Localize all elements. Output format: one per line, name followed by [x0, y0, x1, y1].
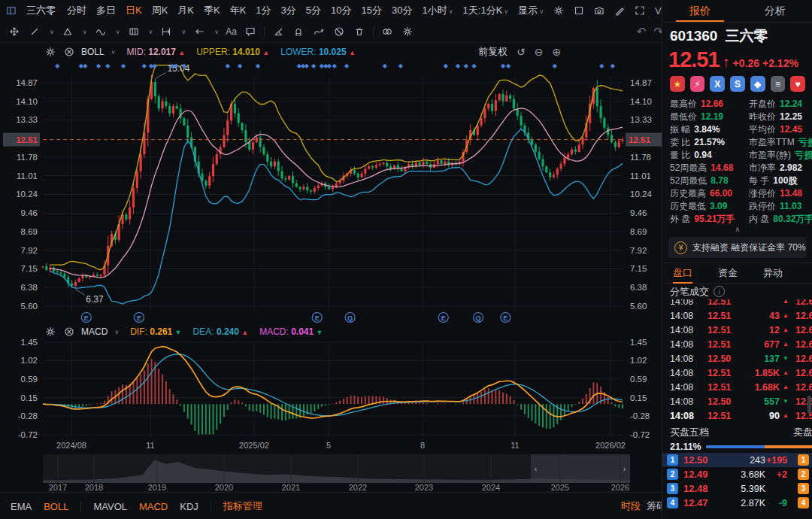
zoom-in-icon[interactable]: ⊕ — [552, 46, 561, 58]
annotate-icon[interactable] — [614, 4, 625, 17]
tick-row[interactable]: 14:0812.511.68K▲12.6 — [662, 380, 812, 394]
period-tab-1天:1分K[interactable]: 1天:1分K∨ — [463, 4, 509, 17]
move-icon[interactable] — [8, 25, 21, 38]
x-badge[interactable]: X — [710, 76, 725, 92]
collapse-chevron-icon[interactable]: ∧ — [662, 226, 812, 235]
period-tab-季K[interactable]: 季K — [204, 4, 220, 17]
period-tab-15分[interactable]: 15分 — [362, 4, 382, 17]
zoom-out-icon[interactable]: ⊖ — [535, 46, 544, 58]
period-tab-日K[interactable]: 日K — [126, 4, 142, 17]
tick-row[interactable]: 14:0812.50557▼12.6 — [662, 394, 812, 408]
angle-icon[interactable] — [271, 25, 285, 38]
svg-text:2024: 2024 — [482, 483, 500, 492]
comment-icon[interactable] — [244, 25, 257, 38]
subtab-异动[interactable]: 异动 — [763, 266, 783, 280]
compare-icon[interactable] — [380, 25, 394, 38]
boll-name[interactable]: BOLL — [81, 47, 105, 57]
selection-mode-icon[interactable] — [574, 4, 584, 17]
period-tab-年K[interactable]: 年K — [230, 4, 247, 17]
indicator-tab-MACD[interactable]: MACD — [139, 501, 168, 512]
period-tab-显示[interactable]: 显示∨ — [518, 4, 544, 17]
indicator-tab-BOLL[interactable]: BOLL — [44, 501, 68, 512]
shapes-icon[interactable] — [61, 25, 74, 38]
period-toolbar: 三六零分时多日日K周K月K季K年K1分3分5分10分15分30分1小时∨1天:1… — [0, 0, 668, 22]
ban-icon[interactable] — [332, 25, 346, 38]
buy-level-row[interactable]: 312.485.39K312. — [662, 481, 812, 496]
order-book[interactable]: 112.50243+195112.212.493.68K+2212.312.48… — [662, 453, 812, 510]
x-axis-label: 2025/02 — [239, 441, 269, 450]
heart-badge[interactable]: ♥ — [790, 76, 805, 92]
boll-close-icon[interactable] — [62, 45, 76, 59]
boll-settings-icon[interactable] — [44, 45, 57, 59]
tick-list[interactable]: 14:0812.51▲12.614:0812.5143▲12.614:0812.… — [662, 299, 812, 425]
period-tab-周K[interactable]: 周K — [152, 4, 168, 17]
screenshot-icon[interactable] — [594, 4, 604, 17]
period-tab-5分[interactable]: 5分 — [306, 4, 321, 17]
watchlist-symbol[interactable]: 三六零 — [26, 4, 56, 17]
flag-badge[interactable]: ★ — [670, 76, 685, 92]
period-tab-分时[interactable]: 分时 — [67, 4, 86, 17]
period-tab-多日[interactable]: 多日 — [96, 4, 116, 17]
indicator-tab-EMA[interactable]: EMA — [11, 501, 32, 512]
svg-text:12.51: 12.51 — [629, 135, 650, 144]
tick-row[interactable]: 14:0812.511.85K▲12.6 — [662, 366, 812, 380]
buy-level-row[interactable]: 212.493.68K+2212. — [662, 467, 812, 481]
margin-note[interactable]: ¥ 支持融资 融资保证金率 70% — [668, 237, 807, 258]
tick-row[interactable]: 14:0812.51▲12.6 — [662, 299, 812, 308]
s-badge[interactable]: S — [730, 76, 745, 92]
trendline-icon[interactable] — [28, 25, 41, 38]
undo-icon[interactable]: ↶ — [637, 25, 647, 38]
lightning-badge[interactable]: ⚡ — [690, 76, 705, 92]
adjust-mode-label[interactable]: 前复权 — [478, 45, 508, 59]
period-tab-10分[interactable]: 10分 — [331, 4, 351, 17]
stat-52周最低: 52周最低8.78 — [670, 175, 749, 187]
tag-badge[interactable]: ◆ — [750, 76, 765, 92]
scrollbar-thumb[interactable] — [807, 396, 811, 414]
measure-icon[interactable] — [159, 25, 173, 38]
timeline-navigator[interactable]: 2017201820192020202120222023202420252026… — [0, 453, 662, 492]
text-icon[interactable]: Aa — [226, 26, 237, 37]
indicator-tab-KDJ[interactable]: KDJ — [180, 501, 198, 512]
indicator-tab-MAVOL[interactable]: MAVOL — [93, 501, 127, 512]
panel-tab-分析[interactable]: 分析 — [738, 0, 812, 22]
right-tab-时段[interactable]: 时段 — [621, 499, 641, 513]
indicator-tab-指标管理[interactable]: 指标管理 — [223, 499, 262, 513]
macd-name[interactable]: MACD — [81, 326, 108, 337]
arrow-icon[interactable] — [192, 25, 206, 38]
buy-level-row[interactable]: 412.472.87K-9412. — [662, 496, 812, 510]
magnet-icon[interactable] — [292, 25, 305, 38]
period-tab-3分[interactable]: 3分 — [281, 4, 296, 17]
svg-text:◆: ◆ — [599, 62, 604, 69]
doc-badge[interactable]: ≡ — [771, 76, 786, 92]
tick-row[interactable]: 14:0812.51677▲12.6 — [662, 337, 812, 351]
ratio-bar — [706, 445, 812, 448]
stat-市盈率TTM: 市盈率TTM亏损 — [749, 136, 812, 149]
trash-icon[interactable] — [353, 25, 366, 38]
tick-row[interactable]: 14:0812.5112▲12.6 — [662, 323, 812, 337]
period-tab-月K[interactable]: 月K — [177, 4, 194, 17]
tick-row[interactable]: 14:0812.5190▲12.5 — [662, 408, 812, 423]
chart-settings-icon[interactable] — [553, 4, 564, 17]
tick-row[interactable]: 14:0812.50137▼12.6 — [662, 351, 812, 366]
subtab-盘口[interactable]: 盘口 — [673, 266, 692, 284]
svg-text:E: E — [137, 314, 141, 322]
panel-tab-报价[interactable]: 报价 — [662, 0, 738, 22]
macd-chart[interactable]: 1.451.451.021.020.590.590.150.15-0.28-0.… — [0, 337, 662, 442]
main-candlestick-chart[interactable]: 14.8714.8714.1014.1013.3313.3311.7811.78… — [0, 59, 662, 325]
tick-row[interactable]: 14:0812.5143▲12.6 — [662, 308, 812, 323]
period-tab-1小时[interactable]: 1小时∨ — [422, 4, 453, 17]
period-tab-30分[interactable]: 30分 — [392, 4, 412, 17]
gear-icon[interactable] — [401, 25, 414, 38]
svg-text:E: E — [503, 314, 508, 322]
info-icon[interactable]: i — [714, 286, 725, 297]
wave-icon[interactable] — [94, 25, 108, 38]
period-tab-1分[interactable]: 1分 — [256, 4, 271, 17]
chevron-down-icon: ∨ — [116, 29, 120, 35]
pattern-icon[interactable] — [127, 25, 141, 38]
subtab-资金[interactable]: 资金 — [718, 266, 738, 280]
curve-icon[interactable] — [312, 25, 326, 38]
fullscreen-icon[interactable] — [635, 4, 645, 17]
reset-zoom-icon[interactable]: ↺ — [517, 46, 526, 58]
buy-level-row[interactable]: 112.50243+195112. — [662, 453, 812, 467]
layout-panel-icon[interactable] — [6, 4, 17, 17]
